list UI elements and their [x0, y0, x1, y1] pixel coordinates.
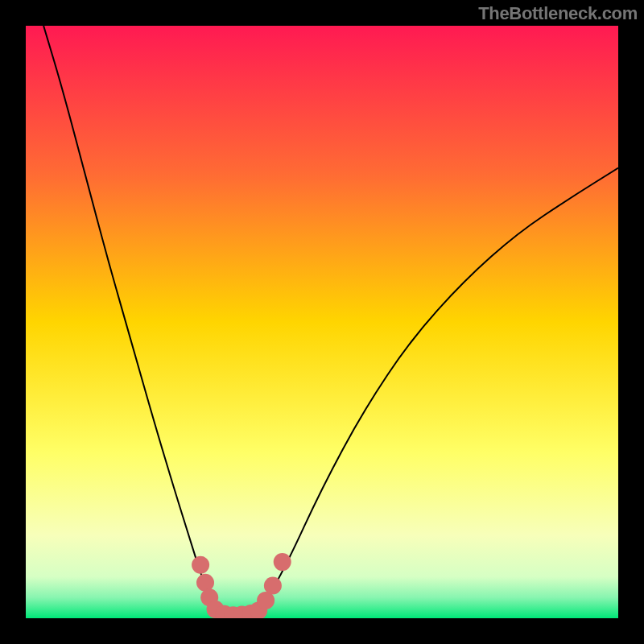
chart-background [26, 26, 618, 618]
chart-svg [26, 26, 618, 618]
marker-point [274, 553, 291, 571]
marker-point [192, 556, 209, 574]
marker-point [264, 577, 282, 595]
chart-plot-area [26, 26, 618, 618]
watermark-text: TheBottleneck.com [478, 3, 638, 24]
